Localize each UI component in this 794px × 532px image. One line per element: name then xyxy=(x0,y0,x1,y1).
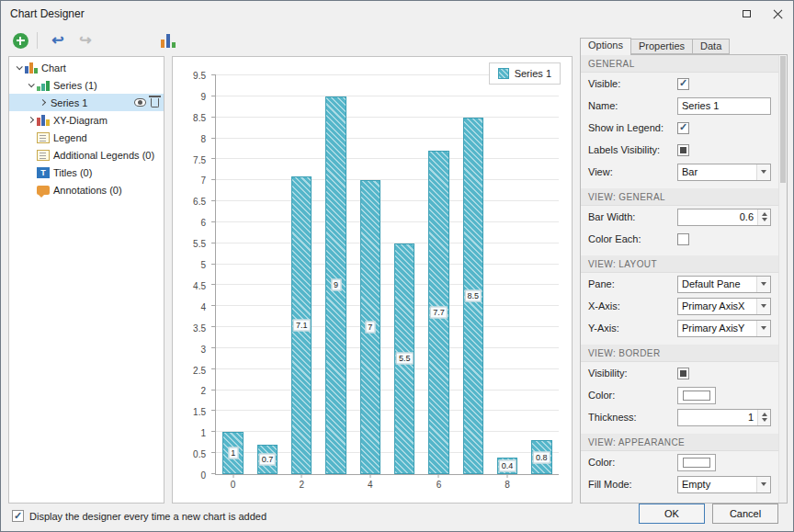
redo-button[interactable]: ↪ xyxy=(74,28,97,52)
delete-icon[interactable] xyxy=(151,98,159,108)
property-row-view: View:Bar xyxy=(581,161,778,183)
spin-up-icon[interactable] xyxy=(762,212,767,216)
indeterminate-mark-icon xyxy=(680,147,686,153)
y-axis-label: 8 xyxy=(200,133,206,143)
tab-options[interactable]: Options xyxy=(580,38,631,55)
thickness-spinner[interactable]: 1 xyxy=(677,409,771,426)
y-axis-tick xyxy=(211,74,216,75)
gridline xyxy=(216,158,559,159)
x-axis-tick xyxy=(507,474,508,478)
display-designer-checkbox[interactable]: ✓ xyxy=(12,510,24,522)
spin-down-icon[interactable] xyxy=(762,218,767,221)
undo-button[interactable]: ↩ xyxy=(46,28,70,52)
spin-up-icon[interactable] xyxy=(762,413,767,416)
tree-item-titles-0[interactable]: Titles (0) xyxy=(9,164,164,181)
annotations-icon xyxy=(37,186,50,195)
gridline xyxy=(216,264,559,265)
plot-area: 10.77.1975.57.78.50.40.802468 xyxy=(215,75,559,475)
color-each-checkbox[interactable] xyxy=(677,233,689,245)
chart-legend[interactable]: Series 1 xyxy=(489,62,561,85)
cancel-button[interactable]: Cancel xyxy=(712,504,778,524)
gridline xyxy=(216,96,559,96)
x-axis-label: 2 xyxy=(299,480,304,490)
tree-expander[interactable] xyxy=(13,65,24,70)
maximize-icon xyxy=(743,10,751,17)
property-row-show-in-legend: Show in Legend:✓ xyxy=(581,117,778,139)
property-row-fill-mode: Fill Mode:Empty xyxy=(581,473,778,495)
labels-visibility-checkbox[interactable] xyxy=(677,144,689,156)
close-button[interactable] xyxy=(762,1,793,27)
pane-dropdown[interactable]: Default Pane xyxy=(677,276,771,293)
tree-expander[interactable] xyxy=(37,100,48,105)
chevron-down-icon xyxy=(756,299,770,314)
property-control: 0.6 xyxy=(677,209,771,226)
add-item-button[interactable] xyxy=(8,28,32,52)
checkmark-icon: ✓ xyxy=(679,122,687,132)
gridline xyxy=(216,368,559,369)
tree-item-additional-legends-0[interactable]: Additional Legends (0) xyxy=(9,146,164,164)
y-axis-tick xyxy=(211,243,216,243)
legend-swatch xyxy=(498,68,509,79)
property-control: Empty xyxy=(677,476,771,493)
tree-expander[interactable] xyxy=(25,83,36,87)
tree-expander[interactable] xyxy=(25,118,36,122)
gridline xyxy=(216,243,559,243)
maximize-button[interactable] xyxy=(731,1,762,27)
tab-data[interactable]: Data xyxy=(692,39,730,54)
chart-structure-tree: ChartSeries (1)Series 1XY-DiagramLegendA… xyxy=(8,56,164,504)
color-color-picker[interactable] xyxy=(677,454,716,471)
spinner-arrows[interactable] xyxy=(757,410,770,425)
bar-value-label: 0.7 xyxy=(259,454,277,466)
xy-diagram-icon xyxy=(37,115,50,126)
y-axis-label: 2.5 xyxy=(193,365,206,375)
property-row-color: Color: xyxy=(581,451,778,473)
spinner-arrows[interactable] xyxy=(757,209,770,225)
ok-button[interactable]: OK xyxy=(639,504,705,524)
chart-type-button[interactable] xyxy=(156,28,180,52)
display-designer-checkbox-row[interactable]: ✓ Display the designer every time a new … xyxy=(12,510,267,522)
tree-item-chart[interactable]: Chart xyxy=(9,59,164,76)
tree-item-legend[interactable]: Legend xyxy=(9,129,164,146)
gridline xyxy=(216,410,559,411)
visible-checkbox[interactable]: ✓ xyxy=(677,78,689,90)
y-axis-tick xyxy=(211,410,216,411)
y-axis-label: 3 xyxy=(200,344,206,354)
bar-width-spinner[interactable]: 0.6 xyxy=(677,209,771,226)
color-swatch xyxy=(683,458,710,468)
tree-item-annotations-0[interactable]: Annotations (0) xyxy=(9,181,164,198)
visibility-checkbox[interactable] xyxy=(677,368,689,379)
fill-mode-dropdown[interactable]: Empty xyxy=(677,476,771,493)
y-axis-label: 7 xyxy=(200,175,206,186)
y-axis-dropdown[interactable]: Primary AxisY xyxy=(677,320,771,337)
color-color-picker[interactable] xyxy=(677,387,716,404)
chart-preview: 00.511.522.533.544.555.566.577.588.599.5… xyxy=(172,56,573,504)
dropdown-value: Primary AxisX xyxy=(678,300,756,311)
x-axis-label: 8 xyxy=(505,480,510,490)
gridline xyxy=(216,390,559,391)
show-in-legend-checkbox[interactable]: ✓ xyxy=(677,122,689,134)
property-row-bar-width: Bar Width:0.6 xyxy=(581,206,778,228)
name-input[interactable]: Series 1 xyxy=(677,97,771,115)
scrollbar-thumb[interactable] xyxy=(780,56,786,183)
y-axis-label: 0 xyxy=(200,470,206,481)
gridline xyxy=(216,347,559,348)
x-axis-dropdown[interactable]: Primary AxisX xyxy=(677,298,771,315)
scrollbar[interactable] xyxy=(778,55,787,503)
tree-item-label: Series (1) xyxy=(53,80,97,91)
chart-designer-window: Chart Designer ↩ ↪ ChartSeries (1)Series… xyxy=(0,0,794,532)
y-axis-tick xyxy=(211,368,216,369)
tree-item-series-1[interactable]: Series (1) xyxy=(9,76,164,94)
bar-value-label: 0.4 xyxy=(499,459,516,471)
spin-down-icon[interactable] xyxy=(762,418,767,422)
legend-icon xyxy=(37,132,50,143)
view-dropdown[interactable]: Bar xyxy=(677,164,771,181)
tab-properties[interactable]: Properties xyxy=(630,39,693,54)
section-header-view-border: VIEW: BORDER xyxy=(581,345,778,362)
tree-item-xy-diagram[interactable]: XY-Diagram xyxy=(9,111,164,129)
property-control: ✓ xyxy=(677,122,771,134)
y-axis-label: 0.5 xyxy=(193,449,206,459)
bar-value-label: 9 xyxy=(331,279,341,291)
y-axis-tick xyxy=(211,326,216,327)
tree-item-series-1[interactable]: Series 1 xyxy=(9,94,164,111)
visibility-icon[interactable] xyxy=(134,98,146,107)
